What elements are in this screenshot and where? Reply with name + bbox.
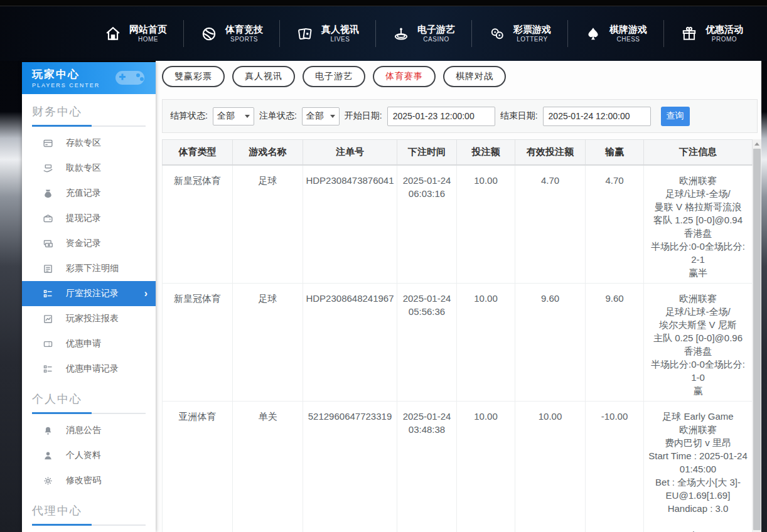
cell-game: 单关 [233, 401, 303, 532]
nav-label-en: PROMO [712, 36, 737, 44]
section-divider [32, 125, 146, 127]
nav-item-lottery[interactable]: 彩票游戏LOTTERY [471, 20, 567, 47]
nav-item-lives[interactable]: 真人视讯LIVES [279, 20, 375, 47]
sidebar-item-label: 优惠申请记录 [66, 363, 119, 375]
cell-bet-amount: 10.00 [457, 165, 515, 284]
sidebar-item-funds-record[interactable]: 资金记录 [22, 231, 156, 256]
sidebar-item-player-bet-report[interactable]: 玩家投注报表 [22, 306, 156, 331]
settle-status-select[interactable]: 全部 [213, 107, 254, 125]
end-date-label: 结束日期: [500, 110, 538, 122]
window-top-strip [0, 0, 767, 6]
nav-item-promo[interactable]: 优惠活动PROMO [663, 20, 759, 47]
nav-item-chess[interactable]: 棋牌游戏CHESS [567, 20, 663, 47]
sidebar: 玩家中心 PLAYERS CENTER 财务中心 存款专区 取款专区 充值记录 … [22, 62, 156, 532]
sidebar-item-label: 充值记录 [66, 188, 101, 199]
cell-win-loss: -10.00 [586, 401, 644, 532]
banknotes-icon [42, 238, 53, 249]
deposit-card-icon [42, 137, 53, 149]
sidebar-item-profile[interactable]: 个人资料 [22, 443, 156, 468]
bell-icon [42, 425, 53, 436]
sidebar-item-agent-rules[interactable]: 代理规则说明 [22, 529, 156, 532]
sidebar-header: 玩家中心 PLAYERS CENTER [22, 62, 156, 94]
settle-status-value: 全部 [217, 110, 235, 122]
sidebar-item-label: 个人资料 [66, 450, 101, 461]
order-status-select[interactable]: 全部 [302, 107, 340, 125]
nav-label-en: CASINO [423, 36, 449, 44]
sidebar-item-lottery-bet-detail[interactable]: 彩票下注明细 [22, 256, 156, 281]
nav-label-en: HOME [138, 36, 158, 44]
tab-chess[interactable]: 棋牌对战 [443, 66, 506, 87]
sidebar-item-label: 优惠申请 [66, 338, 101, 349]
tab-sports[interactable]: 体育赛事 [373, 66, 436, 87]
nav-label-zh: 电子游艺 [417, 24, 455, 36]
playing-cards-icon [296, 25, 314, 43]
cell-win-loss: 9.60 [586, 283, 644, 401]
gift-icon [680, 25, 698, 43]
end-date-input[interactable] [543, 107, 651, 126]
cell-sport: 亚洲体育 [163, 401, 233, 532]
home-icon [104, 25, 122, 43]
col-valid-amount: 有效投注额 [515, 140, 586, 165]
tab-casino[interactable]: 电子游艺 [303, 66, 365, 87]
spade-icon [584, 25, 602, 43]
sidebar-item-recharge-record[interactable]: 充值记录 [22, 181, 156, 206]
sidebar-item-change-password[interactable]: 修改密码 [22, 468, 156, 493]
nav-item-home[interactable]: 网站首页HOME [88, 20, 183, 47]
nav-label-zh: 真人视讯 [321, 24, 359, 36]
main-content: 雙赢彩票 真人视讯 电子游艺 体育赛事 棋牌对战 结算状态: 全部 注单状态: … [162, 61, 763, 532]
nav-label-zh: 体育竞技 [225, 24, 263, 36]
sidebar-item-withdraw[interactable]: 取款专区 [22, 156, 156, 181]
sidebar-item-withdraw-record[interactable]: 提现记录 [22, 206, 156, 231]
scrollbar-thumb[interactable] [753, 149, 761, 530]
select-arrow-icon [245, 115, 250, 118]
nav-label-zh: 棋牌游戏 [609, 24, 647, 36]
user-icon [42, 450, 53, 461]
top-navigation: 网站首页HOME 体育竞技SPORTS 真人视讯LIVES 电子游艺CASINO… [0, 6, 767, 61]
wallet-icon [42, 213, 53, 224]
category-tabs: 雙赢彩票 真人视讯 电子游艺 体育赛事 棋牌对战 [162, 66, 506, 87]
cell-win-loss: 4.70 [586, 165, 644, 284]
sidebar-item-label: 消息公告 [66, 425, 101, 436]
sports-ball-icon [200, 25, 218, 43]
sidebar-item-label: 玩家投注报表 [66, 313, 119, 324]
nav-item-casino[interactable]: 电子游艺CASINO [375, 20, 471, 47]
sidebar-item-promo-apply[interactable]: 优惠申请 [22, 331, 156, 356]
tab-lottery[interactable]: 雙赢彩票 [162, 66, 225, 87]
cell-bet-time: 2025-01-24 06:03:16 [397, 165, 457, 284]
cell-bet-info: 欧洲联赛 足球/让球-全场/ 曼联 V 格拉斯哥流浪 客队 1.25 [0-0]… [644, 165, 753, 284]
tab-live[interactable]: 真人视讯 [232, 66, 295, 87]
scrollbar-up-button[interactable] [753, 139, 761, 149]
select-arrow-icon [330, 115, 335, 118]
gamepad-icon [110, 66, 149, 91]
col-game-name: 游戏名称 [233, 140, 303, 165]
sidebar-item-deposit[interactable]: 存款专区 [22, 130, 156, 156]
report-chart-icon [42, 313, 53, 324]
settle-status-label: 结算状态: [170, 110, 208, 122]
cell-bet-time: 2025-01-24 03:48:38 [397, 401, 457, 532]
nav-label-en: LOTTERY [517, 36, 547, 44]
order-status-label: 注单状态: [259, 110, 297, 122]
chevron-right-icon: › [144, 288, 148, 299]
sidebar-item-label: 修改密码 [66, 475, 101, 486]
sidebar-item-notices[interactable]: 消息公告 [22, 418, 156, 443]
start-date-input[interactable] [387, 107, 495, 126]
cell-valid-amount: 4.70 [515, 165, 586, 284]
nav-label-en: LIVES [331, 36, 350, 44]
money-bag-icon [42, 188, 53, 199]
cell-order-no: HDP2308648241967 [303, 283, 397, 401]
sidebar-item-label: 提现记录 [66, 213, 101, 224]
cell-bet-amount: 10.00 [457, 401, 515, 532]
cell-valid-amount: 10.00 [515, 401, 586, 532]
sidebar-item-hall-bet-record[interactable]: 厅室投注记录 › [22, 281, 156, 306]
section-divider [32, 413, 146, 414]
table-scrollbar[interactable] [753, 139, 761, 532]
cell-sport: 新皇冠体育 [163, 165, 233, 284]
cell-game: 足球 [233, 165, 303, 284]
sidebar-item-label: 存款专区 [66, 137, 101, 149]
search-button[interactable]: 查询 [661, 107, 690, 126]
cell-bet-info: 欧洲联赛 足球/让球-全场/ 埃尔夫斯堡 V 尼斯 主队 0.25 [0-0]@… [644, 283, 753, 401]
nav-item-sports[interactable]: 体育竞技SPORTS [183, 20, 279, 47]
col-sport-type: 体育类型 [163, 140, 233, 165]
section-divider [32, 524, 146, 526]
sidebar-item-promo-apply-record[interactable]: 优惠申请记录 [22, 356, 156, 381]
